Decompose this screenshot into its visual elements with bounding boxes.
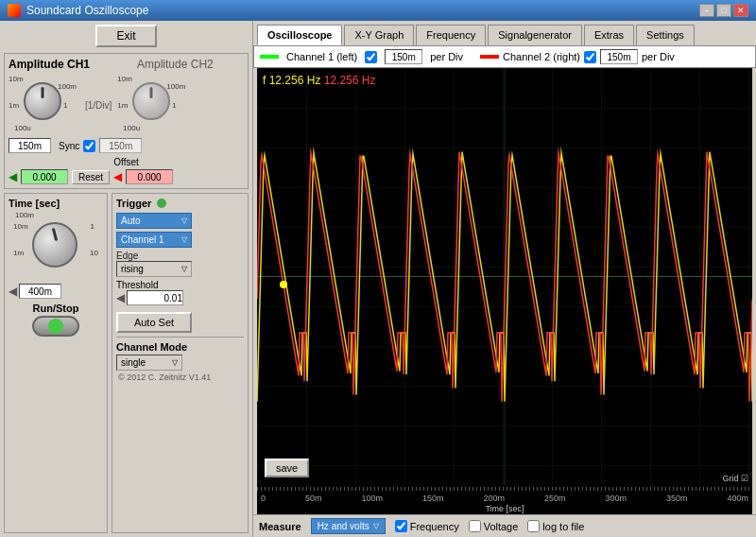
tab-xy-graph[interactable]: X-Y Graph	[344, 25, 414, 45]
ch1-offset-arrow: ◀	[9, 170, 17, 183]
x-label-350m: 350m	[666, 494, 688, 503]
ch2-per-div: per Div	[642, 51, 675, 62]
sync-checkbox[interactable]	[83, 140, 95, 152]
right-panel: Oscilloscope X-Y Graph Frequency Signalg…	[253, 21, 756, 537]
log-checkbox[interactable]	[527, 520, 540, 532]
time-section: Time [sec] 100m 10m 1 1m 10 ◀ 400m Run/	[4, 193, 108, 533]
time-knob-dial[interactable]	[32, 222, 77, 268]
ch2-amplitude-input[interactable]: 150m	[99, 138, 142, 153]
bottom-left-section: Time [sec] 100m 10m 1 1m 10 ◀ 400m Run/	[4, 193, 249, 533]
x-axis-labels: 0 50m 100m 150m 200m 250m 300m 350m 400m	[257, 493, 752, 504]
voltage-checkbox-row: Voltage	[469, 520, 519, 532]
title-bar: Soundcard Oszilloscope − □ ✕	[0, 0, 756, 21]
x-label-300m: 300m	[605, 494, 627, 503]
tab-frequency[interactable]: Frequency	[416, 25, 486, 45]
trigger-label: Trigger	[116, 198, 151, 209]
threshold-label: Threshold	[116, 280, 244, 290]
runstop-label: Run/Stop	[9, 303, 103, 314]
frequency-label: Frequency	[410, 521, 459, 532]
time-scale-10: 10	[90, 249, 98, 257]
edge-arrow: ▽	[181, 265, 187, 273]
tab-signalgenerator[interactable]: Signalgenerator	[488, 25, 582, 45]
time-scale-1: 1	[91, 222, 94, 231]
ch2-scale-input[interactable]: 150m	[600, 49, 638, 64]
exit-button[interactable]: Exit	[95, 25, 156, 47]
threshold-arrow: ◀	[116, 291, 125, 304]
tab-settings[interactable]: Settings	[636, 25, 695, 45]
amplitude-section: Amplitude CH1 Amplitude CH2 10m 100m 1m …	[4, 53, 249, 189]
waveform-canvas	[257, 68, 752, 485]
channel-mode-value: single	[121, 357, 146, 368]
x-label-0: 0	[261, 494, 266, 503]
measure-label: Measure	[259, 521, 301, 532]
div-label: [1/Div]	[85, 100, 112, 111]
grid-label: Grid ☑	[722, 474, 748, 483]
ch2-scale-100u: 100u	[123, 124, 140, 132]
tab-oscilloscope[interactable]: Oscilloscope	[257, 25, 342, 45]
amp-ch1-label: Amplitude CH1	[9, 58, 90, 71]
channel-mode-select[interactable]: single ▽	[116, 355, 182, 371]
ch1-amplitude-knob[interactable]: 10m 100m 1m 1 100u	[9, 75, 79, 136]
maximize-button[interactable]: □	[716, 4, 731, 17]
x-label-200m: 200m	[483, 494, 505, 503]
scale-100m: 100m	[58, 82, 77, 91]
ch2-scale-100m: 100m	[166, 82, 185, 91]
ch1-checkbox[interactable]	[365, 51, 377, 63]
threshold-input[interactable]: 0.01	[127, 290, 183, 305]
ch2-amplitude-knob[interactable]: 10m 100m 1m 1 100u	[117, 75, 188, 136]
edge-value: rising	[121, 264, 144, 274]
trigger-mode-select[interactable]: Auto ▽	[116, 213, 192, 229]
close-button[interactable]: ✕	[733, 4, 748, 17]
voltage-checkbox[interactable]	[469, 520, 481, 532]
x-label-50m: 50m	[305, 494, 322, 503]
ch1-position-marker	[280, 281, 287, 288]
ch2-scale-10m: 10m	[117, 75, 132, 83]
time-input[interactable]: 400m	[19, 284, 61, 299]
ch1-offset-input[interactable]: 0.000	[21, 169, 68, 184]
autoset-button[interactable]: Auto Set	[116, 312, 192, 333]
tab-extras[interactable]: Extras	[584, 25, 634, 45]
frequency-checkbox[interactable]	[395, 520, 407, 532]
x-label-250m: 250m	[544, 494, 566, 503]
trigger-section: Trigger Auto ▽ Channel 1 ▽ Edg	[112, 193, 249, 533]
ch1-label: Channel 1 (left)	[286, 51, 357, 62]
ch1-knob-dial[interactable]	[24, 82, 61, 120]
ch2-label: Channel 2 (right)	[503, 51, 580, 62]
time-scale-100m: 100m	[15, 211, 34, 219]
amp-ch2-label: Amplitude CH2	[137, 58, 214, 71]
measure-bar: Measure Hz and volts ▽ Frequency Voltage…	[253, 514, 756, 537]
ch2-knob-dial[interactable]	[132, 82, 170, 120]
runstop-button[interactable]	[32, 316, 79, 337]
freq-label: f	[263, 74, 266, 87]
ch2-offset-arrow: ◀	[113, 170, 122, 183]
tabs-row: Oscilloscope X-Y Graph Frequency Signalg…	[253, 21, 756, 45]
runstop-indicator	[48, 319, 63, 334]
time-scale-10m: 10m	[13, 222, 28, 231]
minimize-button[interactable]: −	[699, 4, 714, 17]
left-panel: Exit Amplitude CH1 Amplitude CH2 10m 100…	[0, 21, 253, 537]
channel-mode-label: Channel Mode	[116, 341, 244, 353]
x-label-150m: 150m	[422, 494, 444, 503]
ch2-scale-1: 1	[172, 101, 176, 110]
x-label-400m: 400m	[727, 494, 748, 503]
ch1-amplitude-input[interactable]: 150m	[9, 138, 51, 153]
ch2-checkbox[interactable]	[584, 51, 596, 63]
ch2-color-indicator	[480, 55, 499, 59]
x-axis-label: Time [sec]	[257, 504, 752, 514]
time-label: Time [sec]	[9, 198, 103, 209]
ch2-offset-input[interactable]: 0.000	[126, 169, 173, 184]
window-controls: − □ ✕	[699, 4, 748, 17]
log-label: log to file	[542, 521, 584, 532]
reset-button[interactable]: Reset	[72, 170, 110, 184]
measure-mode-select[interactable]: Hz and volts ▽	[311, 518, 386, 534]
edge-select[interactable]: rising ▽	[116, 261, 192, 277]
trigger-channel-select[interactable]: Channel 1 ▽	[116, 232, 192, 248]
channel-mode-arrow: ▽	[172, 358, 178, 367]
ch1-per-div: per Div	[430, 51, 463, 62]
time-input-arrow: ◀	[9, 285, 17, 298]
x-axis-ticks	[257, 485, 752, 493]
save-button[interactable]: save	[265, 459, 309, 477]
trigger-mode-arrow: ▽	[181, 217, 187, 225]
trigger-channel-arrow: ▽	[181, 235, 187, 244]
ch1-scale-input[interactable]: 150m	[385, 49, 422, 64]
